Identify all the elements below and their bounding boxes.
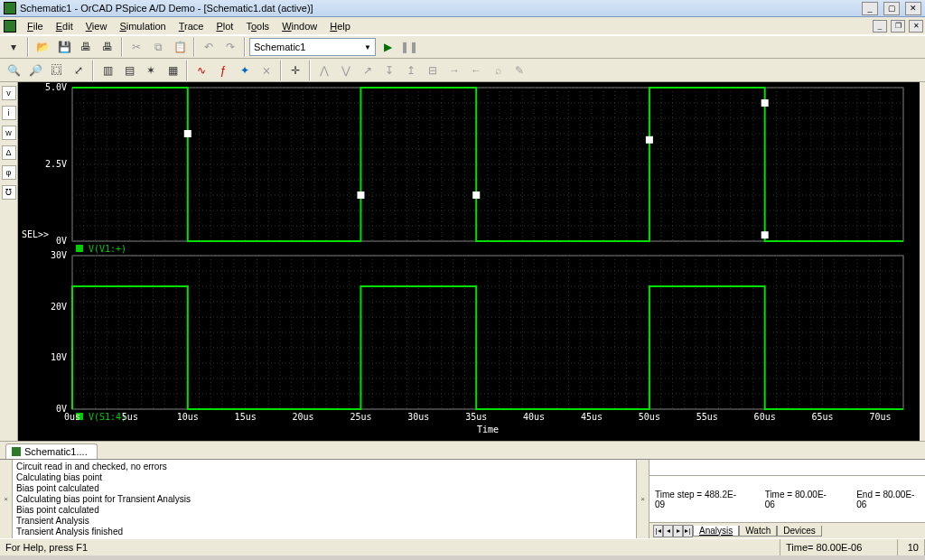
info-tab-first[interactable]: |◂: [653, 525, 663, 537]
output-log[interactable]: Circuit read in and checked, no errorsCa…: [13, 460, 637, 538]
fft-button[interactable]: ✶: [141, 61, 161, 80]
svg-text:10us: 10us: [177, 412, 199, 422]
cursor-point-button[interactable]: ⊟: [423, 61, 443, 80]
svg-text:0V: 0V: [56, 236, 67, 246]
menu-trace[interactable]: Trace: [173, 19, 210, 33]
info-tab-watch[interactable]: Watch: [739, 526, 777, 537]
log-x-button[interactable]: ▥: [98, 61, 117, 80]
log-y-button[interactable]: ▤: [119, 61, 139, 80]
info-tab-devices[interactable]: Devices: [777, 526, 822, 537]
cursor-label-button[interactable]: ✎: [509, 61, 529, 80]
svg-text:SEL>>: SEL>>: [22, 229, 49, 239]
svg-text:30V: 30V: [51, 250, 67, 260]
new-button[interactable]: ▾: [4, 37, 23, 57]
cursor-search-button[interactable]: ⌕: [488, 61, 508, 80]
doc-tab-icon: [12, 447, 21, 456]
svg-text:40us: 40us: [523, 412, 545, 422]
cursor-min-button[interactable]: ↧: [379, 61, 399, 80]
zoom-out-icon[interactable]: 🔎: [25, 61, 45, 80]
cursor-next-button[interactable]: →: [444, 61, 464, 80]
svg-text:20us: 20us: [293, 412, 314, 422]
log-line: Transient Analysis finished: [16, 527, 632, 537]
copy-button[interactable]: ⧉: [148, 37, 168, 57]
svg-text:5.0V: 5.0V: [45, 82, 67, 92]
cursor-max-button[interactable]: ↥: [401, 61, 421, 80]
cursor-toggle-button[interactable]: ✛: [285, 61, 305, 80]
svg-text:10V: 10V: [51, 352, 67, 362]
tool-vdiff-marker[interactable]: Δ: [2, 145, 16, 160]
svg-text:45us: 45us: [581, 412, 603, 422]
log-line: Calculating bias point for Transient Ana…: [16, 494, 632, 505]
maximize-button[interactable]: ▢: [883, 2, 900, 15]
svg-text:5us: 5us: [122, 412, 138, 422]
log-line: Simulation complete: [16, 537, 632, 538]
info-tabstrip: |◂ ◂ ▸ ▸| Analysis Watch Devices: [649, 522, 925, 538]
info-tab-next[interactable]: ▸: [673, 525, 683, 537]
menu-edit[interactable]: Edit: [51, 19, 79, 33]
tool-v-marker[interactable]: v: [2, 86, 16, 100]
svg-text:35us: 35us: [465, 412, 487, 422]
close-button[interactable]: ✕: [905, 2, 921, 15]
eval-goal-button[interactable]: ƒ: [213, 61, 233, 80]
tool-vphase-marker[interactable]: φ: [2, 165, 16, 180]
menu-help[interactable]: Help: [324, 19, 356, 33]
simulation-profile-select[interactable]: Schematic1 ▼: [249, 38, 376, 56]
mdi-minimize-button[interactable]: _: [873, 20, 887, 33]
document-tabstrip: Schematic1....: [0, 441, 925, 459]
tool-db-marker[interactable]: ℧: [2, 185, 16, 200]
mdi-restore-button[interactable]: ❐: [891, 20, 905, 33]
mdi-close-button[interactable]: ✕: [909, 20, 923, 33]
info-tab-prev[interactable]: ◂: [663, 525, 673, 537]
undo-button[interactable]: ↶: [199, 37, 219, 57]
pause-button[interactable]: ❚❚: [399, 37, 419, 57]
cursor-prev-button[interactable]: ←: [466, 61, 486, 80]
menu-window[interactable]: Window: [276, 19, 322, 33]
dropdown-icon: ▼: [364, 43, 371, 51]
view-toolbar: 🔍 🔎 ⿴ ⤢ ▥ ▤ ✶ ▦ ∿ ƒ ✦ ⨯ ✛ ⋀ ⋁ ↗ ↧ ↥ ⊟ → …: [0, 59, 925, 82]
run-button[interactable]: ▶: [378, 37, 397, 57]
menu-simulation[interactable]: Simulation: [114, 19, 171, 33]
menu-view[interactable]: View: [80, 19, 113, 33]
perf-button[interactable]: ▦: [163, 61, 182, 80]
print-button[interactable]: 🖶: [76, 37, 96, 57]
cursor-slope-button[interactable]: ↗: [358, 61, 378, 80]
menu-file[interactable]: File: [22, 19, 49, 33]
cut-button[interactable]: ✂: [126, 37, 146, 57]
add-trace-button[interactable]: ∿: [192, 61, 211, 80]
open-button[interactable]: 📂: [33, 37, 52, 57]
tool-i-marker[interactable]: i: [2, 106, 16, 120]
svg-rect-93: [761, 231, 769, 238]
menu-bar: File Edit View Simulation Trace Plot Too…: [0, 17, 925, 35]
zoom-fit-icon[interactable]: ⤢: [69, 61, 89, 80]
redo-button[interactable]: ↷: [220, 37, 240, 57]
cursor-peak-button[interactable]: ⋀: [314, 61, 334, 80]
info-tab-last[interactable]: ▸|: [683, 525, 693, 537]
simulation-info-panel: Time step = 488.2E-09 Time = 80.00E-06 E…: [649, 460, 925, 538]
plot-area[interactable]: 0V2.5V5.0VSEL>>V(V1:+)0V10V20V30VV(S1:4)…: [18, 82, 925, 441]
svg-rect-92: [761, 99, 769, 107]
info-tab-analysis[interactable]: Analysis: [693, 526, 739, 537]
marker-button[interactable]: ✦: [235, 61, 255, 80]
print-preview-button[interactable]: 🖶: [98, 37, 117, 57]
status-help: For Help, press F1: [0, 539, 780, 555]
svg-rect-96: [76, 245, 83, 252]
minimize-button[interactable]: _: [862, 2, 878, 15]
menu-tools[interactable]: Tools: [240, 19, 275, 33]
menu-plot[interactable]: Plot: [210, 19, 238, 33]
paste-button[interactable]: 📋: [170, 37, 190, 57]
tool-w-marker[interactable]: w: [2, 126, 16, 140]
document-tab-schematic1[interactable]: Schematic1....: [5, 443, 98, 459]
svg-text:60us: 60us: [754, 412, 776, 422]
zoom-area-icon[interactable]: ⿴: [47, 61, 67, 80]
svg-text:V(V1:+): V(V1:+): [89, 244, 126, 254]
del-trace-button[interactable]: ⨯: [257, 61, 276, 80]
plot-vertical-scrollbar[interactable]: [920, 82, 925, 441]
cursor-trough-button[interactable]: ⋁: [336, 61, 356, 80]
save-button[interactable]: 💾: [54, 37, 74, 57]
zoom-in-icon[interactable]: 🔍: [4, 61, 23, 80]
doc-tab-label: Schematic1....: [24, 446, 88, 457]
left-toolbox: v i w Δ φ ℧: [0, 82, 18, 441]
output-gutter-mid[interactable]: ×: [637, 460, 649, 538]
info-values: Time step = 488.2E-09 Time = 80.00E-06 E…: [649, 476, 925, 522]
output-gutter-left[interactable]: ×: [0, 460, 13, 538]
